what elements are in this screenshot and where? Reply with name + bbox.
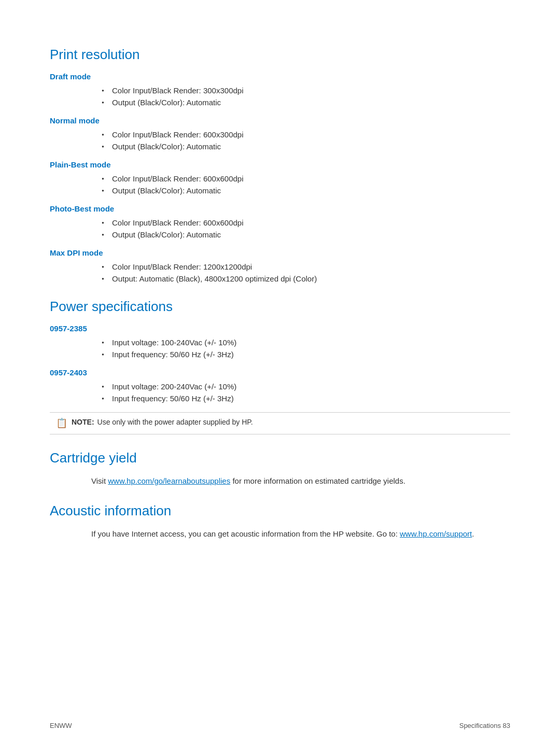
list-item: Output (Black/Color): Automatic [112,186,510,195]
list-item: Color Input/Black Render: 1200x1200dpi [112,262,510,271]
acoustic-information-body: If you have Internet access, you can get… [50,528,510,540]
photo-best-mode-list: Color Input/Black Render: 600x600dpi Out… [50,218,510,239]
draft-mode-list: Color Input/Black Render: 300x300dpi Out… [50,86,510,107]
power-0957-2403-block: 0957-2403 Input voltage: 200-240Vac (+/-… [50,368,510,403]
note-box: 📋 NOTE:Use only with the power adapter s… [50,412,510,434]
list-item: Output (Black/Color): Automatic [112,98,510,107]
note-label: NOTE: [72,418,94,426]
acoustic-information-section: Acoustic information If you have Interne… [50,503,510,540]
acoustic-information-title: Acoustic information [50,503,510,519]
cartridge-yield-section: Cartridge yield Visit www.hp.com/go/lear… [50,450,510,487]
note-content: NOTE:Use only with the power adapter sup… [72,418,253,426]
print-resolution-title: Print resolution [50,47,510,63]
list-item: Color Input/Black Render: 600x600dpi [112,174,510,183]
acoustic-link[interactable]: www.hp.com/support [400,529,472,538]
power-0957-2385-block: 0957-2385 Input voltage: 100-240Vac (+/-… [50,324,510,359]
acoustic-text-after: . [472,529,474,538]
plain-best-mode-list: Color Input/Black Render: 600x600dpi Out… [50,174,510,195]
power-0957-2403-title: 0957-2403 [50,368,510,377]
cartridge-yield-title: Cartridge yield [50,450,510,466]
list-item: Input frequency: 50/60 Hz (+/- 3Hz) [112,350,510,359]
print-resolution-section: Print resolution Draft mode Color Input/… [50,47,510,283]
cartridge-yield-link[interactable]: www.hp.com/go/learnaboutsupplies [108,476,230,485]
plain-best-mode-block: Plain-Best mode Color Input/Black Render… [50,160,510,195]
list-item: Output: Automatic (Black), 4800x1200 opt… [112,274,510,283]
power-0957-2403-list: Input voltage: 200-240Vac (+/- 10%) Inpu… [50,382,510,403]
max-dpi-mode-title: Max DPI mode [50,248,510,257]
photo-best-mode-title: Photo-Best mode [50,204,510,213]
page-content: Print resolution Draft mode Color Input/… [0,0,560,586]
list-item: Color Input/Black Render: 300x300dpi [112,86,510,95]
normal-mode-block: Normal mode Color Input/Black Render: 60… [50,116,510,151]
cartridge-yield-text-before: Visit [91,476,108,485]
list-item: Color Input/Black Render: 600x600dpi [112,218,510,227]
footer-left: ENWW [50,722,72,729]
cartridge-yield-body: Visit www.hp.com/go/learnaboutsupplies f… [50,475,510,487]
power-specifications-section: Power specifications 0957-2385 Input vol… [50,299,510,434]
normal-mode-title: Normal mode [50,116,510,125]
normal-mode-list: Color Input/Black Render: 600x300dpi Out… [50,130,510,151]
list-item: Input voltage: 100-240Vac (+/- 10%) [112,338,510,347]
draft-mode-block: Draft mode Color Input/Black Render: 300… [50,72,510,107]
power-0957-2385-list: Input voltage: 100-240Vac (+/- 10%) Inpu… [50,338,510,359]
power-specifications-title: Power specifications [50,299,510,315]
footer-right: Specifications 83 [459,722,510,729]
plain-best-mode-title: Plain-Best mode [50,160,510,169]
list-item: Output (Black/Color): Automatic [112,142,510,151]
list-item: Output (Black/Color): Automatic [112,230,510,239]
draft-mode-title: Draft mode [50,72,510,81]
acoustic-text-before: If you have Internet access, you can get… [91,529,400,538]
cartridge-yield-text-after: for more information on estimated cartri… [230,476,405,485]
photo-best-mode-block: Photo-Best mode Color Input/Black Render… [50,204,510,239]
note-icon: 📋 [56,417,67,429]
max-dpi-mode-block: Max DPI mode Color Input/Black Render: 1… [50,248,510,283]
max-dpi-mode-list: Color Input/Black Render: 1200x1200dpi O… [50,262,510,283]
power-0957-2385-title: 0957-2385 [50,324,510,333]
note-text: Use only with the power adapter supplied… [97,418,253,426]
list-item: Input frequency: 50/60 Hz (+/- 3Hz) [112,394,510,403]
page-footer: ENWW Specifications 83 [50,722,510,729]
list-item: Input voltage: 200-240Vac (+/- 10%) [112,382,510,391]
list-item: Color Input/Black Render: 600x300dpi [112,130,510,139]
